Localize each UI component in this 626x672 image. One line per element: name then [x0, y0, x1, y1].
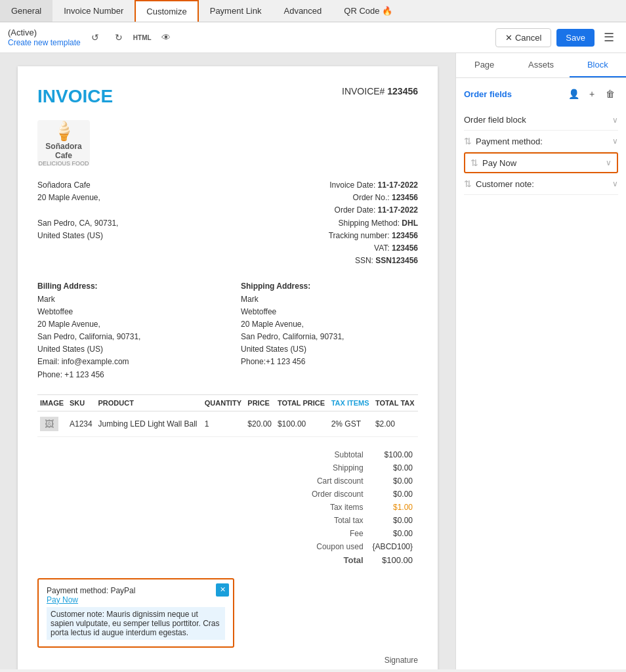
row-price: $20.00	[245, 411, 275, 436]
drag-icon-customer-note: ⇅	[464, 178, 472, 189]
shipping-method-row: Shipping Method: DHL	[329, 217, 418, 230]
tab-general[interactable]: General	[0, 0, 52, 22]
logo-block: 🍦 Soñadora Cafe DELICIOUS FOOD	[37, 120, 418, 166]
undo-button[interactable]: ↺	[86, 28, 104, 47]
panel-section-title: Order fields	[464, 89, 512, 99]
shipping-title: Shipping Address:	[241, 282, 310, 291]
html-button[interactable]: HTML	[133, 28, 152, 47]
ssn-row: SSN: SSN123456	[329, 255, 418, 267]
panel-section-header: Order fields 👤 + 🗑	[464, 86, 618, 102]
fee-row: Fee $0.00	[308, 528, 417, 539]
top-tabs: General Invoice Number Customize Payment…	[0, 0, 626, 22]
active-status: (Active)	[8, 28, 81, 37]
pay-now-chevron: ∨	[606, 158, 612, 167]
panel-tab-assets[interactable]: Assets	[512, 53, 569, 77]
billing-line-3: 20 Maple Avenue,	[37, 318, 215, 331]
coupon-label: Coupon used	[308, 541, 367, 553]
shipping-cost-label: Shipping	[308, 462, 367, 474]
tracking-row: Tracking number: 123456	[329, 230, 418, 242]
add-person-button[interactable]: 👤	[566, 86, 581, 102]
signature-label: Signature	[385, 656, 418, 665]
tab-qr-code[interactable]: QR Code 🔥	[333, 0, 404, 22]
logo-image: 🍦 Soñadora Cafe DELICIOUS FOOD	[37, 120, 90, 166]
cart-discount-value: $0.00	[369, 475, 417, 487]
shipping-line-5: United States (US)	[241, 343, 418, 356]
panel-tab-page[interactable]: Page	[456, 53, 512, 77]
tab-invoice-number[interactable]: Invoice Number	[52, 0, 135, 22]
invoice-number-block: INVOICE# 123456	[342, 86, 418, 96]
billing-line-5: United States (US)	[37, 343, 215, 356]
from-line-4: San Pedro, CA, 90731,	[37, 217, 118, 230]
panel-body: Order fields 👤 + 🗑 Order field block ∨ ⇅…	[456, 78, 626, 669]
col-image: IMAGE	[37, 394, 67, 411]
field-pay-now[interactable]: ⇅ Pay Now ∨	[464, 152, 618, 173]
shipping-line-3: 20 Maple Avenue,	[241, 318, 418, 331]
pay-now-link[interactable]: Pay Now	[47, 595, 225, 604]
fee-label: Fee	[308, 528, 367, 539]
col-price: PRICE	[245, 394, 275, 411]
preview-button[interactable]: 👁	[157, 28, 175, 47]
main-layout: INVOICE INVOICE# 123456 🍦 Soñadora Cafe …	[0, 53, 626, 669]
payment-method-text: Payment method: PayPal	[47, 586, 225, 595]
menu-button[interactable]: ☰	[600, 28, 618, 47]
customer-note-field-label: Customer note:	[476, 179, 534, 189]
panel-tab-block[interactable]: Block	[570, 53, 626, 77]
billing-title: Billing Address:	[37, 282, 98, 291]
table-row: 🖼 A1234 Jumbing LED Light Wall Ball 1 $2…	[37, 411, 418, 436]
field-pay-now-left: ⇅ Pay Now	[470, 158, 516, 168]
field-customer-note-left: ⇅ Customer note:	[464, 178, 534, 189]
col-tax-items: TAX ITEMS	[329, 394, 373, 411]
cancel-button[interactable]: ✕ Cancel	[495, 28, 551, 47]
row-product: Jumbing LED Light Wall Ball	[96, 411, 202, 436]
shipping-cost-value: $0.00	[369, 462, 417, 474]
tab-customize[interactable]: Customize	[135, 0, 198, 22]
pay-now-field-label: Pay Now	[482, 158, 516, 168]
customer-note-text: Customer note: Mauris dignissim neque ut…	[47, 607, 225, 640]
row-total-tax: $2.00	[373, 411, 418, 436]
from-line-1: Soñadora Cafe	[37, 179, 118, 192]
invoice-date-row: Invoice Date: 11-17-2022	[329, 179, 418, 192]
payment-block-close[interactable]: ✕	[216, 583, 229, 597]
from-line-5: United States (US)	[37, 230, 118, 242]
row-quantity: 1	[202, 411, 245, 436]
payment-block: ✕ Payment method: PayPal Pay Now Custome…	[37, 578, 234, 648]
invoice-table: IMAGE SKU PRODUCT QUANTITY PRICE TOTAL P…	[37, 394, 418, 437]
create-template-link[interactable]: Create new template	[8, 38, 81, 47]
save-button[interactable]: Save	[556, 29, 595, 47]
order-discount-value: $0.00	[369, 488, 417, 500]
row-total-price: $100.00	[275, 411, 329, 436]
address-section: Soñadora Cafe 20 Maple Avenue, San Pedro…	[37, 179, 418, 267]
redo-button[interactable]: ↻	[110, 28, 128, 47]
col-sku: SKU	[67, 394, 96, 411]
tab-payment-link[interactable]: Payment Link	[199, 0, 273, 22]
delete-field-button[interactable]: 🗑	[602, 86, 618, 102]
drag-icon-pay-now: ⇅	[470, 158, 478, 168]
add-field-button[interactable]: +	[584, 86, 600, 102]
right-panel: Page Assets Block Order fields 👤 + 🗑 Ord…	[455, 53, 626, 669]
from-line-2: 20 Maple Avenue,	[37, 192, 118, 204]
tax-items-row: Tax items $1.00	[308, 501, 417, 513]
field-customer-note[interactable]: ⇅ Customer note: ∨	[464, 173, 618, 195]
order-field-block-header[interactable]: Order field block ∨	[464, 110, 618, 131]
invoice-number-label: INVOICE#	[342, 86, 385, 96]
tax-items-value: $1.00	[369, 501, 417, 513]
field-payment-method-left: ⇅ Payment method:	[464, 136, 543, 146]
field-payment-method[interactable]: ⇅ Payment method: ∨	[464, 131, 618, 152]
shipping-line-2: Webtoffee	[241, 306, 418, 318]
tab-advanced[interactable]: Advanced	[272, 0, 333, 22]
grand-total-row: Total $100.00	[308, 554, 417, 566]
invoice-paper: INVOICE INVOICE# 123456 🍦 Soñadora Cafe …	[18, 66, 438, 669]
logo-name: Soñadora Cafe	[37, 142, 90, 160]
row-sku: A1234	[67, 411, 96, 436]
image-placeholder: 🖼	[40, 417, 58, 431]
invoice-meta: Invoice Date: 11-17-2022 Order No.: 1234…	[329, 179, 418, 267]
coupon-value: {ABCD100}	[369, 541, 417, 553]
billing-phone: Phone: +1 123 456	[37, 369, 215, 381]
row-tax-items: 2% GST	[329, 411, 373, 436]
fee-value: $0.00	[369, 528, 417, 539]
cafe-icon: 🍦	[52, 120, 75, 142]
total-tax-label: Total tax	[308, 514, 367, 526]
shipping-row: Shipping $0.00	[308, 462, 417, 474]
billing-block: Billing Address: Mark Webtoffee 20 Maple…	[37, 280, 215, 381]
from-address: Soñadora Cafe 20 Maple Avenue, San Pedro…	[37, 179, 118, 267]
